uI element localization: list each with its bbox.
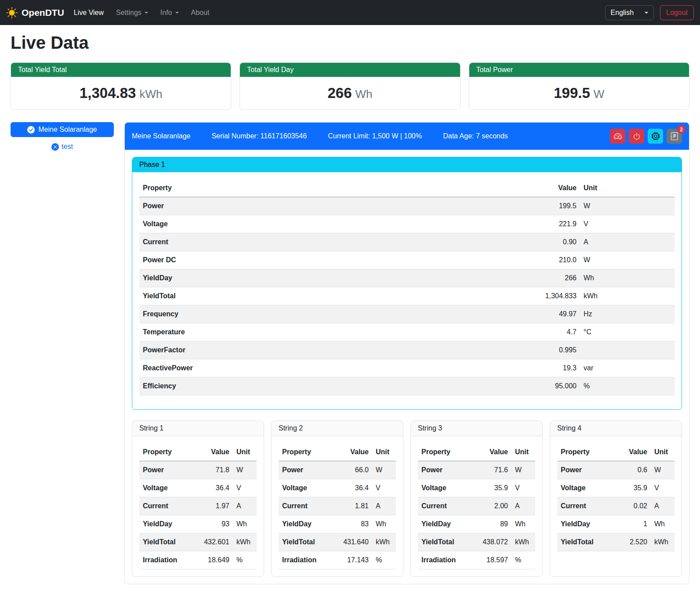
card-value: 199.5 [554, 85, 590, 101]
unit-cell: W [372, 461, 396, 479]
table-row: Temperature4.7°C [139, 323, 675, 341]
unit-cell: A [511, 497, 535, 515]
column-header: Property [139, 443, 198, 461]
phase-card: Phase 1 PropertyValueUnitPower199.5WVolt… [132, 157, 682, 410]
unit-cell: W [233, 461, 257, 479]
unit-cell: V [372, 479, 396, 497]
content-row: Meine Solaranlage test Meine Solaranlage… [11, 122, 689, 584]
value-cell: 36.4 [337, 479, 372, 497]
property-cell: Irradiation [418, 551, 476, 569]
property-cell: Power [139, 197, 519, 215]
journal-icon [671, 132, 678, 140]
total-power-card: Total Power 199.5W [469, 62, 689, 110]
property-cell: Voltage [557, 479, 616, 497]
card-body: 199.5W [469, 77, 689, 109]
string-title: String 4 [550, 421, 682, 436]
property-cell: Voltage [279, 479, 337, 497]
unit-cell: Hz [580, 305, 675, 323]
event-log-button[interactable]: 2 [667, 129, 682, 144]
table-row: Power199.5W [139, 197, 675, 215]
table-header-row: PropertyValueUnit [557, 443, 675, 461]
table-row: YieldDay266Wh [139, 269, 675, 287]
property-cell: Voltage [139, 479, 198, 497]
unit-cell: Wh [651, 515, 675, 533]
total-yield-day-card: Total Yield Day 266Wh [239, 62, 460, 110]
table-row: Current1.97A [139, 497, 257, 515]
string-body: PropertyValueUnitPower71.8WVoltage36.4VC… [132, 436, 264, 576]
unit-cell: % [372, 551, 396, 569]
total-yield-total-card: Total Yield Total 1,304.83kWh [11, 62, 231, 110]
value-cell: 431.640 [337, 533, 372, 551]
card-unit: W [594, 87, 605, 101]
unit-cell: V [580, 215, 675, 233]
property-cell: YieldDay [557, 515, 616, 533]
value-cell: 1.81 [337, 497, 372, 515]
table-row: Voltage36.4V [279, 479, 396, 497]
chevron-down-icon [175, 12, 179, 14]
column-header: Value [616, 443, 651, 461]
property-cell: YieldTotal [139, 287, 519, 305]
inverter-panel-header: Meine Solaranlage Serial Number: 1161716… [125, 123, 689, 150]
nav-item-label: Live View [74, 9, 104, 17]
value-cell: 1,304.833 [519, 287, 580, 305]
property-cell: Current [139, 497, 198, 515]
nav-item-label: Settings [116, 9, 141, 17]
sidebar-item-inverter[interactable]: Meine Solaranlage [11, 122, 114, 137]
navbar-right: English Logout [605, 5, 694, 20]
inverter-name: Meine Solaranlage [132, 132, 190, 140]
event-count-badge: 2 [677, 125, 685, 134]
column-header: Unit [651, 443, 675, 461]
navbar: OpenDTU Live View Settings Info About En… [0, 0, 700, 25]
property-cell: Temperature [139, 323, 519, 341]
value-cell: 19.3 [519, 359, 580, 377]
value-cell: 2.520 [616, 533, 651, 551]
unit-cell: V [651, 479, 675, 497]
property-cell: Voltage [418, 479, 476, 497]
unit-cell: W [580, 197, 675, 215]
value-cell: 432.601 [198, 533, 233, 551]
value-cell: 35.9 [616, 479, 651, 497]
table-row: YieldDay89Wh [418, 515, 535, 533]
nav-item-about[interactable]: About [191, 5, 210, 20]
property-cell: YieldDay [418, 515, 476, 533]
nav-item-info[interactable]: Info [160, 5, 179, 20]
value-cell: 49.97 [519, 305, 580, 323]
unit-cell: A [580, 233, 675, 251]
language-select[interactable]: English [605, 5, 654, 20]
phase-body: PropertyValueUnitPower199.5WVoltage221.9… [132, 172, 682, 409]
string-title: String 1 [132, 421, 264, 436]
table-row: YieldDay1Wh [557, 515, 675, 533]
power-icon [633, 132, 641, 140]
language-selected-value: English [611, 9, 634, 17]
card-value: 1,304.83 [80, 85, 136, 101]
value-cell: 18.597 [476, 551, 511, 569]
property-cell: YieldTotal [139, 533, 198, 551]
property-cell: YieldDay [139, 269, 519, 287]
limit-settings-button[interactable] [610, 129, 625, 144]
string-table: PropertyValueUnitPower66.0WVoltage36.4VC… [279, 443, 396, 569]
sidebar-item-test[interactable]: test [11, 143, 114, 151]
device-info-button[interactable] [648, 129, 663, 144]
property-cell: Current [139, 233, 519, 251]
value-cell: 18.649 [198, 551, 233, 569]
property-cell: Power [418, 461, 476, 479]
unit-cell: kWh [511, 533, 535, 551]
property-cell: YieldTotal [557, 533, 616, 551]
table-row: Current1.81A [279, 497, 396, 515]
property-cell: Power [557, 461, 616, 479]
column-header: Unit [511, 443, 535, 461]
table-row: YieldTotal432.601kWh [139, 533, 257, 551]
logout-button[interactable]: Logout [660, 5, 694, 20]
unit-cell: Wh [511, 515, 535, 533]
table-row: Irradiation17.143% [279, 551, 396, 569]
value-cell: 83 [337, 515, 372, 533]
nav-item-settings[interactable]: Settings [116, 5, 148, 20]
nav-item-live-view[interactable]: Live View [74, 5, 104, 20]
power-button[interactable] [629, 129, 644, 144]
brand[interactable]: OpenDTU [6, 7, 69, 18]
sidebar-item-label: Meine Solaranlage [38, 126, 97, 134]
unit-cell: V [233, 479, 257, 497]
table-row: Voltage36.4V [139, 479, 257, 497]
column-header: Value [337, 443, 372, 461]
table-row: YieldDay83Wh [279, 515, 396, 533]
